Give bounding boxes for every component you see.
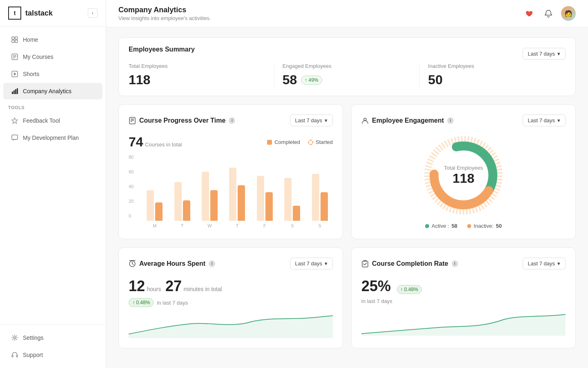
employees-summary-dropdown[interactable]: Last 7 days ▾ [523, 48, 566, 60]
bar-S1: S [279, 178, 305, 228]
total-employees-label: Total Employees [129, 63, 266, 69]
donut-chart: Total Employees 118 [423, 135, 504, 216]
topbar-title-area: Company Analytics View insights into emp… [118, 6, 211, 21]
average-hours-badge: ↑ 0.48% [129, 298, 154, 307]
course-progress-dropdown[interactable]: Last 7 days ▾ [290, 114, 333, 126]
nav-items-list: Home My Courses Shorts [0, 27, 106, 324]
bottom-cards-row: Average Hours Spent i Last 7 days ▾ 12 h… [118, 247, 576, 348]
average-hours-title: Average Hours Spent [139, 260, 205, 267]
course-completion-info-icon[interactable]: i [452, 260, 458, 267]
sidebar-item-support[interactable]: Support [3, 347, 102, 363]
course-completion-stat: 25% ↑ 0.48% [361, 278, 566, 295]
svg-rect-10 [12, 92, 13, 94]
course-progress-title-group: Course Progress Over Time i [129, 117, 235, 124]
bar-F-completed [265, 192, 273, 221]
average-hours-title-group: Average Hours Spent i [129, 260, 215, 267]
total-employees-stat: Total Employees 118 [129, 63, 274, 88]
sidebar-item-my-development-plan[interactable]: My Development Plan [3, 130, 102, 146]
engaged-employees-label: Engaged Employees [283, 63, 412, 69]
course-progress-info-icon[interactable]: i [229, 117, 235, 124]
svg-rect-18 [16, 355, 18, 357]
total-employees-value: 118 [129, 72, 266, 88]
course-completion-header: Course Completion Rate i Last 7 days ▾ [361, 258, 566, 269]
svg-rect-1 [15, 37, 18, 39]
page-subtitle: View insights into employee's activities… [118, 15, 211, 21]
sidebar-item-company-analytics[interactable]: Company Analytics [3, 83, 102, 99]
heart-icon [525, 9, 533, 18]
middle-cards-row: Course Progress Over Time i Last 7 days … [118, 104, 576, 239]
engaged-employees-stat: Engaged Employees 58 ↑ 49% [274, 63, 420, 88]
engaged-badge: ↑ 49% [301, 76, 322, 85]
bar-F: F [252, 176, 278, 228]
course-completion-badge: ↑ 0.48% [397, 285, 422, 294]
inactive-legend-item: Inactive: 50 [467, 223, 502, 229]
notification-button[interactable] [541, 7, 555, 20]
course-completion-title-group: Course Completion Rate i [361, 260, 458, 267]
average-hours-dropdown[interactable]: Last 7 days ▾ [290, 258, 333, 269]
bar-M-started [147, 190, 154, 221]
course-completion-card: Course Completion Rate i Last 7 days ▾ 2… [351, 247, 576, 348]
sidebar-item-label-company-analytics: Company Analytics [23, 88, 71, 94]
svg-rect-2 [12, 40, 14, 43]
home-icon [11, 36, 18, 43]
logo-icon: t [8, 7, 21, 20]
svg-marker-9 [14, 72, 16, 76]
total-courses-stat: 74 Courses in total [129, 135, 182, 150]
sidebar-item-my-courses[interactable]: My Courses [3, 49, 102, 65]
sidebar-item-label-settings: Settings [23, 334, 44, 341]
bar-S2-started [312, 174, 319, 221]
bell-icon [544, 9, 552, 18]
sidebar-item-shorts[interactable]: Shorts [3, 66, 102, 82]
course-completion-chart [361, 311, 566, 336]
chart-legend: Completed Started [267, 139, 333, 145]
donut-legend: Active : 58 Inactive: 50 [425, 223, 502, 229]
avatar[interactable]: 🧑 [561, 6, 576, 21]
summary-grid: Total Employees 118 Engaged Employees 58… [129, 63, 566, 88]
chevron-down-icon: ▾ [325, 117, 327, 123]
sidebar-toggle-button[interactable]: ‹ [88, 8, 98, 18]
inactive-employees-value: 50 [428, 72, 557, 88]
bar-S2-completed [321, 192, 328, 221]
chevron-down-icon: ▾ [325, 260, 327, 267]
course-completion-sublabel: in last 7 days [361, 297, 566, 305]
course-completion-dropdown[interactable]: Last 7 days ▾ [523, 258, 566, 269]
clipboard-icon [361, 260, 369, 267]
svg-rect-15 [12, 135, 18, 139]
average-hours-line-svg [129, 314, 333, 338]
bar-F-started [257, 176, 264, 221]
y-axis-labels: 80 60 40 20 0 [129, 155, 134, 218]
topbar-actions: 🧑 [522, 6, 576, 21]
heart-button[interactable] [522, 7, 536, 20]
svg-rect-17 [12, 355, 13, 357]
chevron-down-icon: ▾ [557, 260, 560, 267]
engagement-dropdown[interactable]: Last 7 days ▾ [523, 114, 566, 126]
svg-point-16 [14, 337, 16, 339]
course-completion-title: Course Completion Rate [372, 260, 448, 267]
sidebar-item-label-my-development-plan: My Development Plan [23, 135, 79, 141]
sidebar-item-label-support: Support [23, 352, 43, 358]
active-dot [425, 224, 429, 228]
active-legend-item: Active : 58 [425, 223, 457, 229]
engagement-info-icon[interactable]: i [447, 117, 454, 124]
bar-M: M [142, 190, 167, 228]
bar-W-started [202, 172, 209, 221]
chevron-down-icon: ▾ [557, 51, 560, 57]
donut-center-text: Total Employees 118 [444, 165, 483, 186]
sidebar-item-label-my-courses: My Courses [23, 54, 53, 60]
courses-icon [11, 54, 18, 60]
sidebar-item-home[interactable]: Home [3, 31, 102, 48]
svg-rect-19 [129, 117, 135, 124]
analytics-icon [11, 88, 18, 94]
started-legend-item: Started [308, 139, 333, 145]
bar-T1-started [174, 182, 182, 221]
employee-engagement-card: Employee Engagement i Last 7 days ▾ [351, 104, 576, 239]
sidebar: t talstack ‹ Home My Courses [0, 0, 106, 368]
employees-summary-title: Employees Summary [129, 46, 195, 53]
average-hours-info-icon[interactable]: i [209, 260, 215, 267]
bar-chart-container: 80 60 40 20 0 [129, 155, 333, 228]
bar-S1-started [284, 178, 292, 221]
svg-point-23 [364, 118, 366, 121]
bar-T2-completed [238, 185, 245, 221]
sidebar-item-feedback-tool[interactable]: Feedback Tool [3, 112, 102, 129]
sidebar-item-settings[interactable]: Settings [3, 330, 102, 346]
